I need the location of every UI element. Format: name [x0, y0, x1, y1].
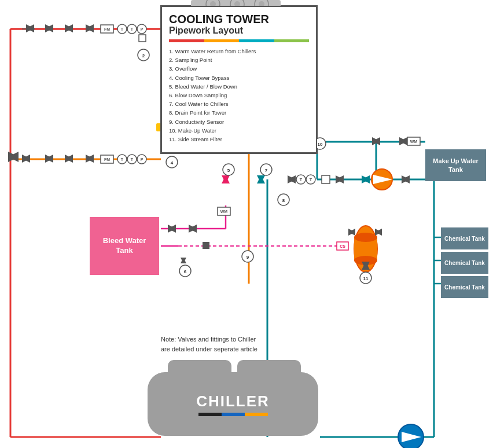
legend-item-3: 3. Overflow: [169, 64, 309, 73]
svg-text:T: T: [131, 27, 134, 31]
svg-point-104: [354, 233, 377, 242]
note-text: Note: Valves and fittings to Chillerare …: [161, 335, 257, 354]
svg-text:5: 5: [227, 168, 230, 173]
makeup-water-tank: Make Up WaterTank: [425, 149, 486, 181]
legend-item-10: 10. Make-Up Water: [169, 126, 309, 135]
svg-text:4: 4: [171, 160, 174, 166]
svg-text:7: 7: [265, 168, 268, 173]
svg-text:FM: FM: [104, 27, 110, 31]
svg-text:P: P: [141, 27, 144, 31]
svg-text:9: 9: [246, 255, 249, 260]
legend-item-11: 11. Side Stream Filter: [169, 135, 309, 144]
diagram-subtitle: Pipework Layout: [169, 25, 309, 36]
color-bar: [169, 39, 309, 42]
svg-rect-78: [322, 175, 330, 183]
svg-rect-99: [203, 242, 209, 249]
chemical-tank-2: Chemical Tank: [441, 252, 488, 274]
diagram-container: FM T T P FM: [0, 0, 493, 448]
legend-item-5: 5. Bleed Water / Blow Down: [169, 82, 309, 91]
bleed-water-tank: Bleed WaterTank: [90, 217, 159, 275]
svg-text:WM: WM: [220, 210, 228, 214]
svg-text:T: T: [310, 178, 312, 182]
diagram-title: COOLING TOWER: [169, 13, 309, 25]
legend-item-7: 7. Cool Water to Chillers: [169, 100, 309, 108]
svg-text:T: T: [131, 157, 134, 161]
svg-text:2: 2: [142, 53, 145, 58]
legend-item-8: 8. Drain Point for Tower: [169, 108, 309, 117]
legend-list: 1. Warm Water Return from Chillers 2. Sa…: [169, 47, 309, 144]
svg-text:8: 8: [282, 198, 285, 203]
svg-text:T: T: [121, 27, 124, 31]
chiller-color-bar: [198, 413, 268, 416]
legend-item-1: 1. Warm Water Return from Chillers: [169, 47, 309, 56]
svg-text:T: T: [121, 157, 124, 161]
svg-text:T: T: [300, 178, 303, 182]
svg-text:6: 6: [184, 269, 187, 274]
chemical-tank-1: Chemical Tank: [441, 227, 488, 249]
svg-text:11: 11: [363, 276, 369, 281]
legend-item-4: 4. Cooling Tower Bypass: [169, 74, 309, 82]
svg-text:WM: WM: [410, 139, 418, 144]
svg-text:10: 10: [318, 142, 323, 147]
legend-item-6: 6. Blow Down Sampling: [169, 91, 309, 100]
chiller-label: CHILLER: [196, 392, 270, 410]
chemical-tank-3: Chemical Tank: [441, 276, 488, 298]
legend-item-9: 9. Conductivity Sensor: [169, 117, 309, 126]
chiller-box: CHILLER: [148, 372, 318, 436]
svg-text:P: P: [141, 157, 144, 161]
svg-text:CS: CS: [340, 244, 345, 248]
legend-item-2: 2. Sampling Point: [169, 56, 309, 64]
svg-rect-136: [139, 35, 146, 42]
svg-text:FM: FM: [104, 157, 110, 161]
info-box: COOLING TOWER Pipework Layout 1. Warm Wa…: [161, 6, 317, 153]
